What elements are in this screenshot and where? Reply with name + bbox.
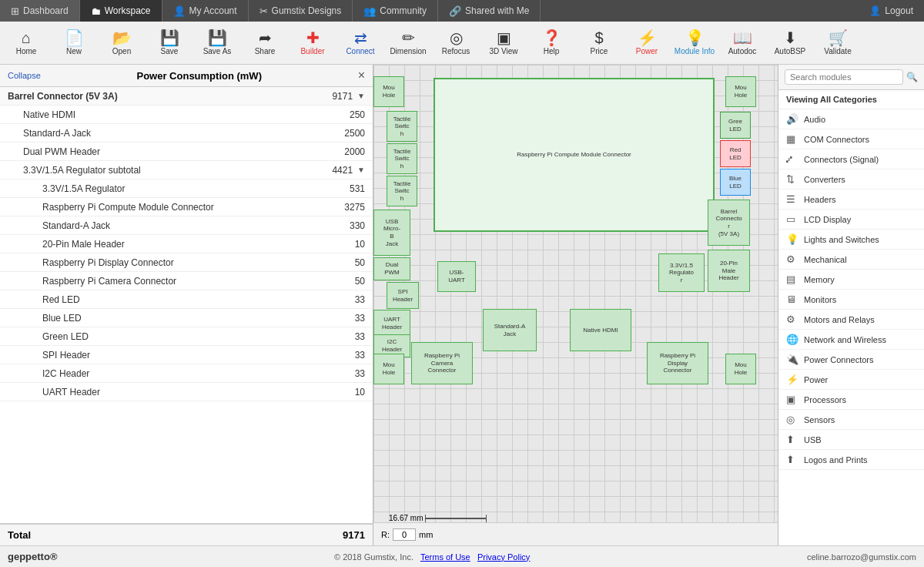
power-expand-barrel[interactable]: ▼ (357, 92, 365, 100)
toolbar-icon-dimension: ✏ (402, 30, 415, 45)
toolbar-btn-builder[interactable]: ✚Builder (290, 23, 336, 63)
pcb-red-led[interactable]: Red LED (720, 140, 751, 167)
toolbar-btn-power[interactable]: ⚡Power (624, 23, 670, 63)
nav-tab-account[interactable]: 👤My Account (162, 0, 249, 22)
pcb-tactile-sw1[interactable]: Tactile Switc h (387, 111, 417, 142)
category-converters[interactable]: ⇅Converters (778, 169, 924, 190)
pcb-label-tactile-sw3: Tactile Switc h (393, 180, 411, 203)
pcb-uart-header[interactable]: UART Header (373, 310, 410, 337)
pcb-mou-hole-4[interactable]: Mou Hole (725, 354, 756, 384)
toolbar-btn-validate[interactable]: 🛒Validate (815, 23, 861, 63)
cat-icon-conn-signal: ⑇ (786, 153, 798, 165)
power-total-row: Total 9171 (0, 523, 373, 545)
pcb-blue-led[interactable]: Blue LED (720, 169, 751, 196)
toolbar-btn-autodoc[interactable]: 📖Autodoc (719, 23, 765, 63)
pcb-rpi-display-conn[interactable]: Raspberry Pi Display Connector (647, 342, 708, 384)
category-audio[interactable]: 🔊Audio (778, 109, 924, 129)
rotation-control: R: mm (381, 528, 433, 541)
power-row-std-jack: Standard-A Jack2500 (0, 124, 373, 143)
toolbar-btn-new[interactable]: 📄New (51, 23, 97, 63)
category-lights[interactable]: 💡Lights and Switches (778, 230, 924, 250)
category-power-conn[interactable]: 🔌Power Connectors (778, 350, 924, 370)
power-row-name-std-jack2: Standard-A Jack (42, 220, 326, 231)
power-row-native-hdmi: Native HDMI250 (0, 106, 373, 124)
pcb-dual-pwm[interactable]: Dual PWM (373, 257, 410, 280)
cat-icon-memory: ▤ (786, 273, 798, 285)
toolbar-btn-dimension[interactable]: ✏Dimension (385, 23, 431, 63)
category-processors[interactable]: ▣Processors (778, 390, 924, 410)
cat-label-memory: Memory (804, 275, 835, 284)
nav-tab-workspace[interactable]: 🖿Workspace (80, 0, 162, 22)
pcb-green-led[interactable]: Gree LED (720, 112, 751, 139)
toolbar-btn-open[interactable]: 📂Open (99, 23, 145, 63)
toolbar-btn-save-as[interactable]: 💾Save As (194, 23, 240, 63)
pcb-native-hdmi[interactable]: Native HDMI (570, 309, 631, 351)
power-panel-header: Collapse Power Consumption (mW) × (0, 65, 373, 87)
category-logos[interactable]: ⬆Logos and Prints (778, 450, 924, 470)
power-row-value-dual-pwm: 2000 (326, 146, 365, 157)
nav-tab-community[interactable]: 👥Community (353, 0, 438, 22)
cat-icon-lights: 💡 (786, 233, 798, 245)
category-usb[interactable]: ⬆USB (778, 430, 924, 450)
collapse-button[interactable]: Collapse (8, 71, 41, 80)
pcb-std-a-jack[interactable]: Standard-A Jack (483, 309, 537, 351)
category-motors[interactable]: ⚙Motors and Relays (778, 310, 924, 330)
cat-label-conn-signal: Connectors (Signal) (804, 155, 879, 164)
pcb-spi-header[interactable]: SPI Header (387, 282, 419, 309)
toolbar-btn-connect[interactable]: ⇄Connect (337, 23, 383, 63)
pcb-mou-hole-2[interactable]: Mou Hole (725, 76, 756, 107)
pcb-mou-hole-3[interactable]: Mou Hole (373, 354, 404, 384)
pcb-tactile-sw3[interactable]: Tactile Switc h (387, 176, 417, 206)
power-row-pin20: 20-Pin Male Header10 (0, 235, 373, 253)
toolbar-btn-help[interactable]: ❓Help (528, 23, 574, 63)
close-power-panel-button[interactable]: × (358, 69, 365, 82)
pcb-rpi-compute-main[interactable]: Raspberry Pi Compute Module Connector (434, 78, 715, 232)
toolbar-label-save-as: Save As (203, 47, 232, 55)
r-input[interactable] (393, 528, 416, 541)
toolbar-label-connect: Connect (346, 47, 374, 55)
toolbar-btn-3dview[interactable]: ▣3D View (480, 23, 527, 63)
category-lcd[interactable]: ▭LCD Display (778, 210, 924, 230)
power-total-value: 9171 (343, 529, 365, 541)
category-monitors[interactable]: 🖥Monitors (778, 290, 924, 310)
toolbar-btn-price[interactable]: $Price (576, 23, 622, 63)
toolbar-btn-refocus[interactable]: ◎Refocus (433, 23, 479, 63)
category-power[interactable]: ⚡Power (778, 370, 924, 390)
nav-tab-gumstix[interactable]: ✂Gumstix Designs (249, 0, 353, 22)
power-row-spi-header: SPI Header33 (0, 346, 373, 364)
category-com-conn[interactable]: ▦COM Connectors (778, 129, 924, 149)
category-conn-signal[interactable]: ⑇Connectors (Signal) (778, 149, 924, 169)
category-sensors[interactable]: ◎Sensors (778, 410, 924, 430)
toolbar-btn-autobisp[interactable]: ⬇AutoBSP (767, 23, 813, 63)
nav-tab-shared[interactable]: 🔗Shared with Me (438, 0, 541, 22)
toolbar-btn-share[interactable]: ➦Share (242, 23, 288, 63)
toolbar-btn-home[interactable]: ⌂Home (3, 23, 49, 63)
terms-link[interactable]: Terms of Use (420, 552, 470, 562)
pcb-pin20-male[interactable]: 20-Pin Male Header (708, 250, 750, 292)
power-expand-regulator-sub[interactable]: ▼ (357, 166, 365, 174)
category-headers[interactable]: ☰Headers (778, 190, 924, 210)
pcb-usb-uart[interactable]: USB- UART (437, 261, 476, 292)
power-row-name-dual-pwm: Dual PWM Header (23, 146, 326, 157)
power-row-value-i2c-header: 33 (326, 368, 365, 379)
power-row-blue-led: Blue LED33 (0, 309, 373, 327)
pcb-tactile-sw2[interactable]: Tactile Switc h (387, 143, 417, 174)
category-mechanical[interactable]: ⚙Mechanical (778, 250, 924, 270)
toolbar-btn-module-info[interactable]: 💡Module Info (671, 23, 718, 63)
pcb-rpi-camera-conn[interactable]: Raspberry Pi Camera Connector (411, 342, 473, 384)
nav-tab-dashboard[interactable]: ⊞Dashboard (0, 0, 80, 22)
power-row-name-i2c-header: I2C Header (42, 368, 326, 379)
search-input[interactable] (785, 69, 903, 85)
toolbar-btn-save[interactable]: 💾Save (146, 23, 192, 63)
pcb-usb-micro[interactable]: USB Micro- B Jack (373, 210, 410, 256)
pcb-reg-3v3[interactable]: 3.3V/1.5 Regulato r (658, 253, 705, 292)
category-memory[interactable]: ▤Memory (778, 270, 924, 290)
pcb-mou-hole-1[interactable]: Mou Hole (373, 76, 404, 107)
cat-label-processors: Processors (804, 395, 846, 404)
pcb-barrel-conn[interactable]: Barrel Connecto r (5V 3A) (708, 200, 750, 246)
category-network[interactable]: 🌐Network and Wireless (778, 330, 924, 350)
canvas-area[interactable]: 16.67 mm R: mm Mou HoleMou HoleTactile S… (373, 65, 778, 545)
privacy-link[interactable]: Privacy Policy (477, 552, 530, 562)
logout-button[interactable]: 👤Logout (859, 0, 924, 22)
toolbar-icon-3dview: ▣ (497, 30, 511, 45)
